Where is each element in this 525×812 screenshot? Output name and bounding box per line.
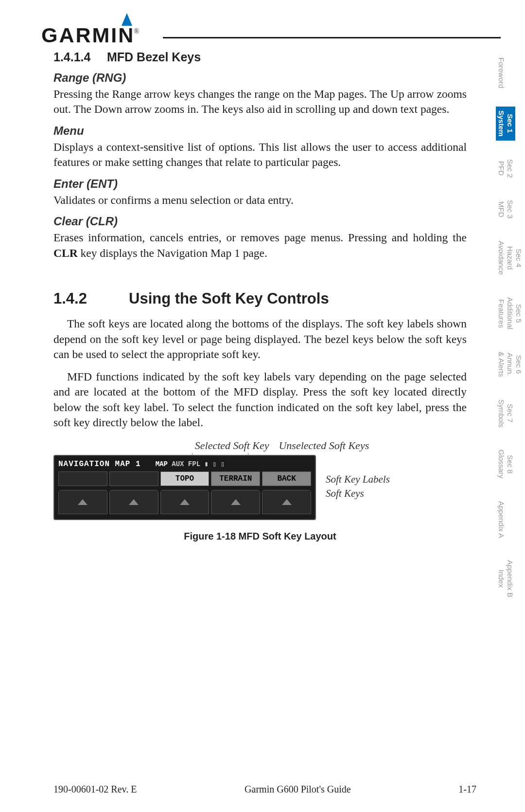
softkey-button [109,490,158,514]
menu-body: Displays a context-sensitive list of opt… [53,140,467,170]
footer-doc-id: 190-00601-02 Rev. E [53,784,137,795]
mfd-panel: NAVIGATION MAP 1 MAP AUX FPL ▮ ▯ ▯ TOPO … [53,455,316,520]
range-heading: Range (RNG) [53,71,467,85]
header: GARMIN® [53,10,476,46]
tab-sec8-glossary[interactable]: Sec 8 Glossary [496,446,515,482]
tab-sec5-features[interactable]: Sec 5 Additional Features [496,293,524,333]
menu-heading: Menu [53,124,467,138]
tab-foreword[interactable]: Foreword [496,54,507,92]
softkey-label-row: TOPO TERRAIN BACK [58,471,311,486]
softkey-label-1 [58,471,107,486]
figure-top-callouts: Selected Soft Key Unselected Soft Keys [53,439,467,452]
tab-sec7-symbols[interactable]: Sec 7 Symbols [496,396,515,432]
softkey-label-terrain: TERRAIN [211,471,260,486]
tab-appendix-b[interactable]: Appendix B Index [496,556,515,601]
footer-doc-title: Garmin G600 Pilot's Guide [245,784,351,795]
header-rule [163,37,501,38]
registered-icon: ® [134,28,139,35]
softkey-button [262,490,311,514]
callout-softkey-labels: Soft Key Labels [326,473,390,486]
section2-p2: MFD functions indicated by the soft key … [53,369,467,431]
garmin-logo: GARMIN® [41,15,140,38]
callout-softkeys: Soft Keys [326,487,390,500]
tab-sec2-pfd[interactable]: Sec 2 PFD [496,155,515,181]
softkey-label-topo: TOPO [160,471,210,486]
footer-page-num: 1-17 [458,784,476,795]
softkey-button [58,490,107,514]
enter-body: Validates or confirms a menu selection o… [53,193,467,208]
tab-sec6-annun[interactable]: Sec 6 Annun. & Alerts [496,348,524,381]
figure-caption: Figure 1-18 MFD Soft Key Layout [53,531,467,542]
tab-appendix-a[interactable]: Appendix A [496,497,507,542]
section-1-4-1-4-heading: 1.4.1.4MFD Bezel Keys [53,50,467,64]
clear-heading: Clear (CLR) [53,215,467,228]
callout-selected: Selected Soft Key [195,439,269,452]
logo-text: GARMIN [41,23,135,47]
enter-heading: Enter (ENT) [53,177,467,191]
figure-1-18: Selected Soft Key Unselected Soft Keys N… [53,439,467,542]
section-tabs: Foreword Sec 1 System Sec 2 PFD Sec 3 MF… [496,54,520,616]
tab-sec4-hazard[interactable]: Sec 4 Hazard Avoidance [496,237,524,279]
tab-sec1-system[interactable]: Sec 1 System [496,107,515,140]
softkey-button [160,490,210,514]
section2-p1: The soft keys are located along the bott… [53,316,467,362]
softkey-button-row [58,490,311,514]
softkey-label-2 [109,471,158,486]
section-1-4-2-heading: 1.4.2Using the Soft Key Controls [53,290,467,307]
footer: 190-00601-02 Rev. E Garmin G600 Pilot's … [53,784,476,795]
tab-sec3-mfd[interactable]: Sec 3 MFD [496,196,515,222]
softkey-label-back: BACK [262,471,311,486]
callout-unselected: Unselected Soft Keys [279,439,369,452]
mfd-page-tabs: MAP AUX FPL ▮ ▯ ▯ [156,460,225,468]
mfd-nav-title: NAVIGATION MAP 1 [58,460,141,469]
clear-body: Erases information, cancels entries, or … [53,230,467,261]
softkey-button [211,490,260,514]
range-body: Pressing the Range arrow keys changes th… [53,87,467,117]
